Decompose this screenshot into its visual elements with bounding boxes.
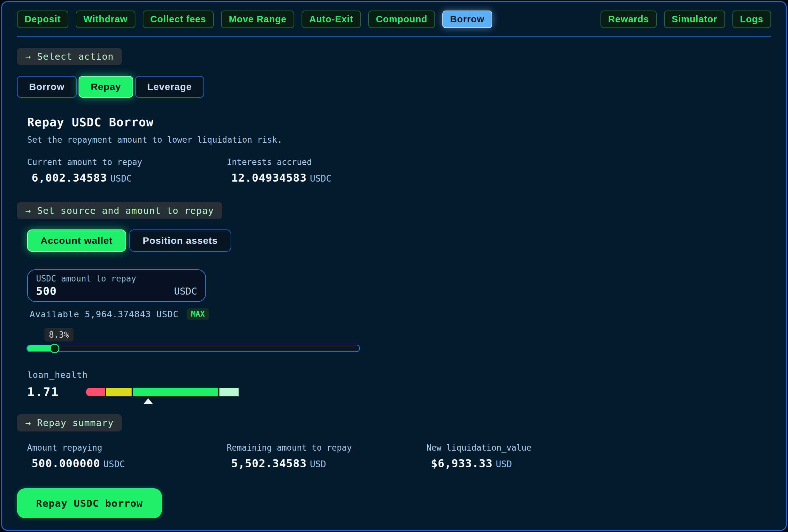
- toolbar-button-simulator[interactable]: Simulator: [664, 11, 725, 28]
- stat-number: 500.000000: [32, 457, 100, 470]
- source-tabs: Account wallet Position assets: [27, 229, 771, 252]
- stat-unit: USDC: [103, 459, 125, 469]
- stat-label: New liquidation_value: [427, 443, 626, 452]
- stat-interests-accrued: Interests accrued 12.04934583USDC: [227, 157, 427, 184]
- action-tabs: Borrow Repay Leverage: [17, 76, 771, 98]
- amount-input-box[interactable]: USDC amount to repay USDC: [27, 269, 206, 302]
- stat-unit: USD: [496, 459, 512, 469]
- tab-leverage[interactable]: Leverage: [135, 76, 204, 98]
- stat-number: 5,502.34583: [231, 457, 307, 470]
- tab-account-wallet[interactable]: Account wallet: [27, 229, 126, 252]
- tab-position-assets[interactable]: Position assets: [130, 229, 231, 252]
- stat-amount-repaying: Amount repaying 500.000000USDC: [27, 443, 227, 470]
- stat-unit: USDC: [110, 173, 132, 184]
- loan-health-bar: [86, 388, 239, 396]
- section-header-repay-summary: → Repay summary: [17, 414, 122, 431]
- app-window: Deposit Withdraw Collect fees Move Range…: [1, 1, 787, 531]
- stat-new-liquidation-value: New liquidation_value $6,933.33USD: [427, 443, 626, 470]
- loan-health-segment-red: [86, 388, 105, 396]
- loan-health-segment-mint: [219, 388, 239, 396]
- amount-input[interactable]: [36, 285, 174, 298]
- slider-knob[interactable]: [50, 344, 59, 353]
- toolbar-button-compound[interactable]: Compound: [368, 11, 435, 28]
- tab-borrow[interactable]: Borrow: [17, 76, 77, 98]
- toolbar-button-move-range[interactable]: Move Range: [221, 11, 294, 28]
- stat-label: Current amount to repay: [27, 157, 227, 167]
- available-balance-text: Available 5,964.374843 USDC: [30, 309, 179, 319]
- stat-number: 6,002.34583: [32, 171, 107, 184]
- toolbar-button-collect-fees[interactable]: Collect fees: [143, 11, 214, 28]
- toolbar-right-group: Rewards Simulator Logs: [600, 11, 771, 28]
- amount-input-label: USDC amount to repay: [36, 274, 197, 283]
- loan-health-label: loan_health: [27, 370, 771, 380]
- stat-number: $6,933.33: [431, 457, 493, 470]
- page-title: Repay USDC Borrow: [27, 116, 771, 129]
- stat-number: 12.04934583: [231, 171, 307, 184]
- slider-tooltip: 8.3%: [44, 328, 74, 342]
- repay-usdc-borrow-button[interactable]: Repay USDC borrow: [17, 488, 162, 518]
- stat-label: Interests accrued: [227, 157, 427, 167]
- stat-value: 500.000000USDC: [27, 457, 227, 470]
- loan-health-segment-green: [133, 388, 218, 396]
- max-button[interactable]: MAX: [187, 308, 209, 320]
- stat-value: 5,502.34583USD: [227, 457, 427, 470]
- toolbar-button-logs[interactable]: Logs: [732, 11, 771, 28]
- repay-percent-slider: 8.3%: [26, 328, 360, 352]
- amount-unit-label: USDC: [174, 286, 197, 297]
- stat-value: 6,002.34583USDC: [27, 171, 227, 184]
- toolbar-button-rewards[interactable]: Rewards: [600, 11, 657, 28]
- stat-remaining-amount: Remaining amount to repay 5,502.34583USD: [227, 443, 427, 470]
- tab-repay[interactable]: Repay: [79, 76, 133, 98]
- toolbar-button-auto-exit[interactable]: Auto-Exit: [301, 11, 361, 28]
- toolbar-button-withdraw[interactable]: Withdraw: [76, 11, 135, 28]
- section-header-set-source: → Set source and amount to repay: [17, 202, 222, 219]
- loan-health-value: 1.71: [27, 385, 59, 399]
- repay-summary-stats: Amount repaying 500.000000USDC Remaining…: [27, 443, 771, 470]
- page-subtitle: Set the repayment amount to lower liquid…: [27, 135, 771, 145]
- toolbar-divider: [17, 36, 771, 37]
- stat-value: 12.04934583USDC: [227, 171, 427, 184]
- stat-label: Remaining amount to repay: [227, 443, 427, 452]
- stat-current-amount: Current amount to repay 6,002.34583USDC: [27, 157, 227, 184]
- stat-label: Amount repaying: [27, 443, 227, 452]
- stat-unit: USD: [310, 459, 326, 469]
- repay-info-stats: Current amount to repay 6,002.34583USDC …: [27, 157, 771, 184]
- toolbar-button-deposit[interactable]: Deposit: [17, 11, 68, 28]
- loan-health-segment-yellow: [106, 388, 132, 396]
- slider-track[interactable]: [26, 345, 360, 352]
- top-toolbar: Deposit Withdraw Collect fees Move Range…: [17, 11, 771, 28]
- toolbar-button-borrow[interactable]: Borrow: [442, 11, 492, 28]
- section-header-select-action: → Select action: [17, 48, 122, 65]
- loan-health-marker-icon: [144, 398, 153, 404]
- stat-unit: USDC: [310, 173, 331, 184]
- stat-value: $6,933.33USD: [427, 457, 626, 470]
